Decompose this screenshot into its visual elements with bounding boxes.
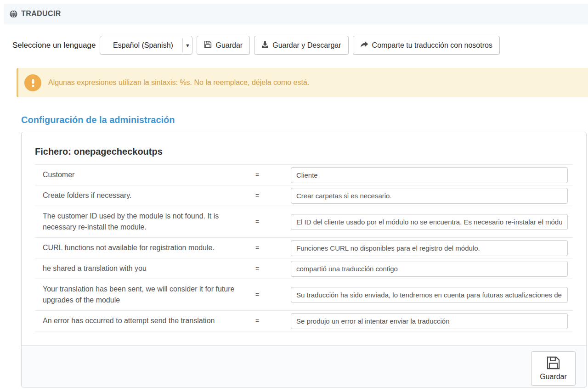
share-translation-button[interactable]: Comparte tu traducción con nosotros: [353, 36, 500, 55]
source-text: An error has occurred to attempt send th…: [43, 311, 249, 331]
source-text: Your translation has been sent, we will …: [43, 279, 249, 310]
translation-row: Create folders if necessary. =: [35, 185, 573, 206]
syntax-warning-alert: Algunas expresiones utilizan la sintaxis…: [17, 68, 588, 97]
section-title: Configuración de la administración: [21, 115, 175, 125]
file-heading: Fichero: onepagecheckoutps: [35, 146, 573, 157]
translation-input[interactable]: [291, 167, 568, 183]
save-button[interactable]: Guardar: [197, 36, 250, 55]
translation-input[interactable]: [291, 188, 568, 204]
language-label: Seleccione un lenguage: [12, 41, 96, 50]
equals-sign: =: [249, 265, 291, 272]
chevron-down-icon: ▼: [182, 38, 192, 52]
language-select[interactable]: Español (Spanish) ▼: [100, 36, 192, 55]
page-title: TRADUCIR: [21, 10, 61, 18]
source-text: CURL functions not available for registr…: [43, 238, 249, 258]
equals-sign: =: [249, 317, 291, 325]
toolbar: Seleccione un lenguage Español (Spanish)…: [12, 36, 500, 55]
page-titlebar: TRADUCIR: [4, 4, 588, 24]
translation-row: Your translation has been sent, we will …: [35, 279, 573, 310]
save-download-button-label: Guardar y Descargar: [272, 41, 341, 50]
globe-icon: [10, 10, 17, 18]
save-download-button[interactable]: Guardar y Descargar: [254, 36, 348, 55]
translation-input[interactable]: [291, 261, 568, 277]
download-icon: [261, 41, 269, 50]
translation-input[interactable]: [291, 214, 568, 230]
exclamation-icon: [24, 74, 41, 91]
translation-row: he shared a translation with you =: [35, 258, 573, 279]
translation-row: CURL functions not available for registr…: [35, 237, 573, 258]
source-text: The customer ID used by the module is no…: [43, 206, 249, 237]
source-text: Customer: [43, 165, 249, 185]
translation-row: The customer ID used by the module is no…: [35, 206, 573, 237]
panel-footer: Guardar: [22, 345, 586, 387]
footer-save-button-label: Guardar: [540, 373, 567, 381]
translation-table: Customer = Create folders if necessary. …: [35, 164, 573, 331]
syntax-warning-text: Algunas expresiones utilizan la sintaxis…: [48, 78, 309, 87]
translation-panel: Fichero: onepagecheckoutps Customer = Cr…: [21, 132, 587, 387]
footer-save-button[interactable]: Guardar: [531, 351, 576, 386]
translation-row: An error has occurred to attempt send th…: [35, 310, 573, 331]
save-button-label: Guardar: [215, 41, 243, 50]
equals-sign: =: [249, 244, 291, 252]
translation-input[interactable]: [291, 287, 568, 303]
floppy-icon: [204, 40, 212, 50]
equals-sign: =: [249, 192, 291, 199]
floppy-icon-large: [546, 356, 560, 371]
panel-body: Fichero: onepagecheckoutps Customer = Cr…: [22, 132, 586, 331]
language-select-value: Español (Spanish): [113, 41, 173, 50]
share-arrow-icon: [360, 41, 368, 50]
equals-sign: =: [249, 171, 291, 179]
translation-row: Customer =: [35, 164, 573, 185]
translation-input[interactable]: [291, 313, 568, 329]
translation-input[interactable]: [291, 240, 568, 256]
source-text: he shared a translation with you: [43, 258, 249, 279]
equals-sign: =: [249, 218, 291, 225]
share-translation-button-label: Comparte tu traducción con nosotros: [372, 41, 492, 50]
source-text: Create folders if necessary.: [43, 185, 249, 206]
equals-sign: =: [249, 291, 291, 298]
